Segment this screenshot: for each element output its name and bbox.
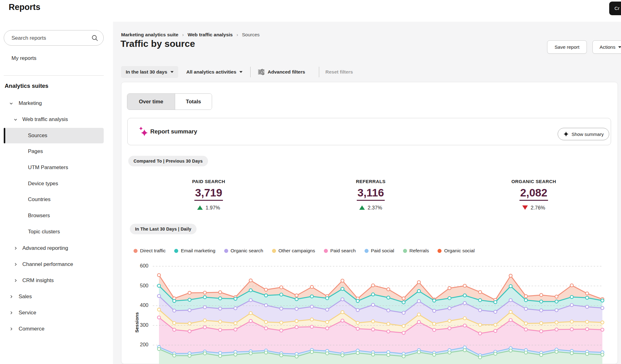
filter-divider [319, 67, 319, 77]
delta-arrow-icon [359, 205, 365, 210]
reset-filters-button[interactable]: Reset filters [325, 66, 353, 78]
delta-value: 1.97% [206, 205, 220, 211]
reports-page: Reports Cr My reports Analytics suites M… [0, 0, 621, 364]
breadcrumb-item-suite[interactable]: Marketing analytics suite [121, 32, 178, 37]
actions-button[interactable]: Actions [592, 40, 621, 54]
metric-paid-search: PAID SEARCH 3,719 1.97% [159, 179, 258, 211]
sidebar-item-pages[interactable]: Pages [4, 144, 104, 159]
chevron-right-icon [14, 246, 17, 250]
sidebar-item-marketing[interactable]: Marketing [4, 96, 104, 111]
search-icon [92, 35, 98, 41]
legend-label: Paid search [330, 248, 356, 254]
chevron-right-icon [9, 295, 13, 299]
chevron-down-icon [618, 46, 621, 48]
activity-filter[interactable]: All analytics activities [186, 66, 243, 78]
analytics-suites-heading: Analytics suites [5, 83, 48, 89]
sidebar-item-utm-parameters[interactable]: UTM Parameters [4, 160, 104, 175]
delta-value: 2.76% [531, 205, 545, 211]
sidebar-item-device-types[interactable]: Device types [4, 176, 104, 191]
legend-color-dot [403, 249, 407, 253]
sidebar-item-topic-clusters[interactable]: Topic clusters [4, 224, 104, 240]
sidebar-divider [4, 75, 104, 76]
legend-item[interactable]: Organic search [224, 248, 263, 254]
sidebar-item-commerce[interactable]: Commerce [4, 321, 104, 337]
sidebar: My reports Analytics suites Marketing We… [0, 22, 113, 364]
sidebar-item-browsers[interactable]: Browsers [4, 208, 104, 223]
metric-value-link[interactable]: 2,082 [519, 187, 548, 201]
legend-label: Organic social [444, 248, 474, 254]
chevron-down-icon [239, 71, 243, 73]
y-axis-title: Sessions [134, 312, 139, 333]
y-axis-tick: 500 [130, 283, 148, 289]
chart-legend: Direct trafficEmail marketingOrganic sea… [134, 248, 475, 254]
sidebar-item-advanced-reporting[interactable]: Advanced reporting [4, 240, 104, 256]
tab-totals[interactable]: Totals [175, 94, 212, 110]
sidebar-item-countries[interactable]: Countries [4, 192, 104, 207]
legend-item[interactable]: Paid search [324, 248, 356, 254]
search-input[interactable] [11, 31, 90, 45]
chevron-right-icon [9, 327, 13, 331]
legend-item[interactable]: Paid social [365, 248, 394, 254]
legend-color-dot [324, 249, 328, 253]
delta-arrow-icon [522, 205, 528, 210]
legend-item[interactable]: Email marketing [174, 248, 215, 254]
legend-label: Direct traffic [140, 248, 165, 254]
chevron-down-icon [14, 118, 17, 121]
period-badge: In The Last 30 Days | Daily [130, 224, 197, 234]
sidebar-item-sales[interactable]: Sales [4, 289, 104, 304]
date-range-filter[interactable]: In the last 30 days [121, 66, 178, 78]
legend-label: Paid social [371, 248, 394, 254]
metric-label: REFERRALS [321, 179, 420, 184]
sidebar-item-web-traffic-analysis[interactable]: Web traffic analysis [4, 112, 104, 127]
search-box [4, 30, 104, 46]
sidebar-item-sources[interactable]: Sources [4, 128, 104, 143]
legend-color-dot [365, 249, 369, 253]
legend-label: Email marketing [181, 248, 215, 254]
legend-item[interactable]: Referrals [403, 248, 429, 254]
sliders-icon [258, 69, 265, 75]
report-summary-title: Report summary [150, 128, 197, 135]
save-report-button[interactable]: Save report [547, 40, 587, 54]
legend-color-dot [437, 249, 442, 253]
chevron-right-icon [14, 263, 17, 266]
legend-color-dot [272, 249, 276, 253]
y-axis-tick: 400 [130, 302, 148, 308]
metric-referrals: REFERRALS 3,116 2.37% [321, 179, 420, 211]
legend-item[interactable]: Direct traffic [134, 248, 165, 254]
legend-item[interactable]: Other campaigns [272, 248, 315, 254]
show-summary-button[interactable]: Show summary [558, 128, 609, 140]
breadcrumb-separator: › [180, 32, 186, 37]
breadcrumb-item-current: Sources [242, 32, 260, 37]
y-axis-tick: 200 [130, 342, 148, 348]
breadcrumb-item-collection[interactable]: Web traffic analysis [188, 32, 233, 37]
page-heading: Reports [9, 2, 40, 12]
legend-label: Referrals [410, 248, 429, 254]
chevron-down-icon [170, 71, 174, 73]
legend-color-dot [224, 249, 228, 253]
legend-item[interactable]: Organic social [437, 248, 474, 254]
breadcrumb-separator: › [234, 32, 241, 37]
sidebar-item-my-reports[interactable]: My reports [11, 54, 36, 63]
metric-label: PAID SEARCH [159, 179, 258, 184]
star-icon [563, 131, 569, 137]
tab-over-time[interactable]: Over time [127, 94, 175, 110]
chevron-right-icon [9, 311, 13, 315]
comparison-badge: Compared To | Previous 30 Days [128, 156, 208, 166]
metric-value-link[interactable]: 3,719 [194, 187, 223, 201]
metric-value-link[interactable]: 3,116 [357, 187, 385, 201]
sidebar-item-channel-performance[interactable]: Channel performance [4, 257, 104, 272]
legend-label: Other campaigns [279, 248, 315, 254]
create-report-button[interactable]: Cr [609, 2, 621, 15]
delta-value: 2.37% [368, 205, 382, 211]
breadcrumb: Marketing analytics suite › Web traffic … [121, 32, 260, 38]
legend-color-dot [174, 249, 178, 253]
sidebar-item-service[interactable]: Service [4, 305, 104, 321]
sidebar-item-crm-insights[interactable]: CRM insights [4, 273, 104, 288]
advanced-filters-button[interactable]: Advanced filters [258, 66, 305, 78]
y-axis-tick: 600 [130, 263, 148, 269]
y-axis-tick: 300 [130, 322, 148, 328]
view-tabs: Over time Totals [127, 93, 212, 110]
report-title: Traffic by source [120, 38, 195, 49]
legend-label: Organic search [231, 248, 263, 254]
top-header: Reports Cr [0, 0, 621, 22]
